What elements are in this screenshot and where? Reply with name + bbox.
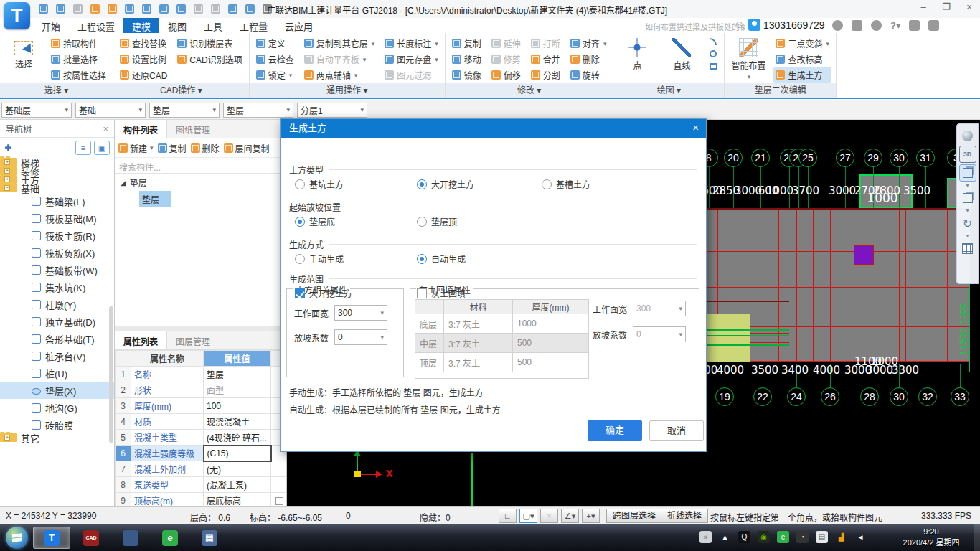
radio-垫层顶[interactable]: 垫层顶 bbox=[417, 215, 457, 227]
backfill-row-顶层[interactable]: 顶层3:7 灰土500 bbox=[415, 353, 589, 372]
property-value[interactable]: 现浇混凝土 bbox=[204, 414, 271, 430]
ortho-button[interactable]: ∟ bbox=[499, 509, 517, 523]
ribbon-button-查改标高[interactable]: 查改标高 bbox=[773, 52, 831, 67]
property-value[interactable]: 层底标高 bbox=[204, 493, 271, 507]
radio-基槽土方[interactable]: 基槽土方 bbox=[542, 178, 590, 190]
combo-工作面宽[interactable]: 300▾ bbox=[633, 301, 686, 316]
radio-垫层底[interactable]: 垫层底 bbox=[295, 215, 335, 227]
property-row-材质[interactable]: 4材质现浇混凝土 bbox=[116, 414, 288, 430]
panel-view-button[interactable]: ▣ bbox=[94, 141, 110, 155]
point-snap-button[interactable]: +▾ bbox=[582, 509, 600, 523]
rect-select-button[interactable]: ▢▾ bbox=[519, 509, 537, 523]
orbit-button[interactable] bbox=[959, 127, 976, 144]
qat-annotate[interactable] bbox=[191, 2, 206, 16]
nav-item-基础[interactable]: −基础 bbox=[0, 184, 11, 192]
property-value[interactable]: 100 bbox=[204, 398, 271, 414]
close-button[interactable]: × bbox=[963, 1, 976, 12]
property-value[interactable]: (混凝土泵) bbox=[204, 477, 271, 493]
ribbon-button-生成土方[interactable]: 生成土方 bbox=[773, 67, 831, 83]
ribbon-group-label[interactable]: 选择 ▾ bbox=[0, 83, 113, 98]
clipboard-tray-icon[interactable]: ▤ bbox=[816, 531, 828, 543]
floor-select[interactable]: 基础层▾ bbox=[1, 103, 72, 118]
ribbon-group-label[interactable]: 绘图 ▾ bbox=[613, 83, 724, 98]
element-select[interactable]: 垫层▾ bbox=[223, 103, 293, 118]
ribbon-button-智能布置[interactable]: 智能布置▾ bbox=[729, 36, 768, 83]
taskbar-clock[interactable]: 9:20 2020/4/2 星期四 bbox=[891, 527, 971, 548]
menu-tab-开始[interactable]: 开始 bbox=[33, 18, 69, 33]
ribbon-button-偏移[interactable]: 偏移 bbox=[489, 67, 523, 83]
toolbar-button-删除[interactable]: 删除 bbox=[191, 142, 220, 154]
ribbon-button-延伸[interactable]: 延伸 bbox=[489, 36, 523, 51]
qat-new-file[interactable] bbox=[36, 2, 51, 16]
media-tray-icon[interactable]: ◔ bbox=[796, 531, 809, 543]
qat-open-file[interactable] bbox=[53, 2, 68, 16]
radio-手动生成[interactable]: 手动生成 bbox=[295, 253, 344, 265]
ribbon-button-分割[interactable]: 分割 bbox=[529, 67, 562, 83]
qat-save[interactable] bbox=[70, 2, 85, 16]
component-search-input[interactable]: 搜索构件... bbox=[115, 158, 286, 174]
ribbon-button-图元过滤[interactable]: 图元过滤 bbox=[382, 67, 440, 83]
nav-item-砖胎膜[interactable]: 砖胎膜 bbox=[0, 416, 114, 433]
keyboard-tray-icon[interactable]: ⌗ bbox=[699, 531, 712, 543]
panel-splitter[interactable] bbox=[115, 326, 287, 331]
nav-item-集水坑(K)[interactable]: 集水坑(K) bbox=[0, 278, 114, 296]
notification-bell-icon[interactable] bbox=[832, 20, 843, 31]
property-value[interactable]: 垫层 bbox=[204, 367, 271, 382]
ribbon-button-按属性选择[interactable]: 按属性选择 bbox=[49, 67, 108, 83]
batch-table-button[interactable] bbox=[959, 240, 976, 257]
status-button-跨图层选择[interactable]: 跨图层选择 bbox=[606, 509, 662, 523]
element-type-select[interactable]: 垫层▾ bbox=[149, 103, 220, 118]
ribbon-group-label[interactable]: CAD操作 ▾ bbox=[113, 83, 249, 98]
feedback-face-icon[interactable] bbox=[871, 20, 882, 31]
nav-item-柱墩(Y)[interactable]: 柱墩(Y) bbox=[0, 296, 114, 313]
menu-tab-建模[interactable]: 建模 bbox=[123, 18, 159, 33]
nav-item-筏板负筋(X)[interactable]: 筏板负筋(X) bbox=[0, 244, 114, 261]
property-value[interactable]: (4现浇砼 碎石... bbox=[204, 430, 271, 446]
ribbon-button-删除[interactable]: 删除 bbox=[568, 52, 609, 67]
menu-tab-视图[interactable]: 视图 bbox=[159, 18, 195, 33]
toolbar-button-复制[interactable]: 复制 bbox=[158, 142, 187, 154]
property-row-厚度(mm)[interactable]: 3厚度(mm)100 bbox=[116, 398, 288, 414]
list-view-button[interactable]: ≡ bbox=[75, 141, 91, 155]
ribbon-group-label[interactable]: 垫层二次编辑 bbox=[725, 83, 836, 98]
app-calculator[interactable]: ▦ bbox=[191, 527, 228, 549]
ribbon-button-合并[interactable]: 合并 bbox=[529, 52, 562, 67]
angle-snap-button[interactable]: ∠▾ bbox=[561, 509, 579, 523]
ribbon-button-拾取构件[interactable]: 拾取构件 bbox=[49, 36, 108, 51]
status-button-折线选择[interactable]: 折线选择 bbox=[661, 509, 708, 523]
ribbon-button-draw-circle[interactable] bbox=[707, 48, 720, 60]
ribbon-button-图元存盘[interactable]: 图元存盘▾ bbox=[382, 52, 440, 67]
nav-item-筏板基础(M)[interactable]: 筏板基础(M) bbox=[0, 209, 114, 227]
combo-工作面宽[interactable]: 300▾ bbox=[334, 305, 387, 321]
start-button[interactable] bbox=[6, 527, 28, 549]
ribbon-button-复制[interactable]: 复制 bbox=[450, 36, 484, 51]
qat-sum[interactable] bbox=[122, 2, 137, 16]
ribbon-button-draw-arc[interactable] bbox=[707, 36, 720, 47]
ribbon-button-直线[interactable]: 直线 bbox=[662, 36, 701, 83]
app-files[interactable] bbox=[112, 527, 149, 549]
qat-doc-add[interactable] bbox=[225, 2, 240, 16]
ribbon-button-还原CAD[interactable]: 还原CAD bbox=[118, 67, 169, 83]
tab-构件列表[interactable]: 构件列表 bbox=[115, 120, 167, 138]
qat-doc-view[interactable] bbox=[242, 2, 258, 16]
nav-item-垫层(X)[interactable]: 垫层(X) bbox=[0, 382, 114, 399]
user-avatar-icon[interactable] bbox=[748, 19, 760, 31]
ribbon-button-锁定[interactable]: 锁定▾ bbox=[254, 67, 296, 83]
message-icon[interactable] bbox=[852, 20, 862, 31]
view-3d-button[interactable]: 3D bbox=[959, 146, 976, 163]
property-row-混凝土类型[interactable]: 5混凝土类型(4现浇砼 碎石... bbox=[116, 430, 288, 446]
vip-icon[interactable] bbox=[909, 20, 920, 31]
ribbon-button-识别楼层表[interactable]: 识别楼层表 bbox=[175, 36, 244, 51]
layer-select[interactable]: 分层1▾ bbox=[297, 103, 367, 118]
ok-button[interactable]: 确定 bbox=[588, 420, 642, 441]
checkbox-灰土回填[interactable]: 灰土回填 bbox=[417, 287, 466, 299]
property-row-名称[interactable]: 1名称垫层 bbox=[116, 367, 288, 382]
upgrade-icon[interactable] bbox=[928, 20, 939, 31]
ribbon-button-设置比例[interactable]: 设置比例 bbox=[118, 52, 169, 67]
show-hidden-icons-tray-icon[interactable]: ▲ bbox=[719, 531, 731, 543]
property-checkbox[interactable] bbox=[275, 497, 283, 505]
ribbon-button-定义[interactable]: 定义 bbox=[254, 36, 296, 51]
ribbon-button-长度标注[interactable]: 长度标注▾ bbox=[382, 36, 440, 51]
property-value[interactable]: (C15) bbox=[204, 446, 271, 461]
nav-item-筏板主筋(R)[interactable]: 筏板主筋(R) bbox=[0, 227, 114, 244]
